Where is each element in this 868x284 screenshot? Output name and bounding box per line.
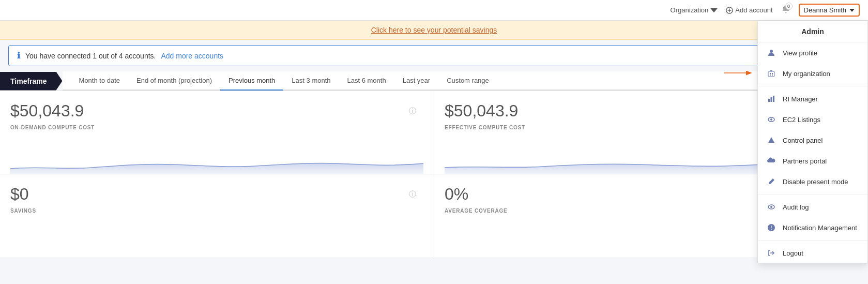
notification-management-label: Notification Management	[783, 224, 857, 232]
notifications-bell[interactable]: 0	[781, 5, 790, 16]
pencil-icon	[766, 176, 776, 187]
svg-point-3	[770, 50, 773, 53]
org-label: Organization	[671, 6, 709, 14]
metric-info-icon-1[interactable]: ⓘ	[409, 107, 416, 116]
timeframe-label: Timeframe	[0, 72, 63, 91]
user-menu-button[interactable]: Deanna Smith	[799, 4, 860, 17]
svg-text:!: !	[770, 225, 772, 231]
triangle-icon	[766, 135, 776, 145]
logout-icon	[766, 248, 776, 257]
svg-point-16	[770, 206, 772, 208]
info-icon: ℹ	[17, 51, 20, 61]
dropdown-divider-1	[758, 86, 867, 86]
my-organization-label: My organization	[783, 70, 830, 78]
building-icon	[766, 68, 776, 79]
view-profile-label: View profile	[783, 49, 817, 57]
add-more-accounts-link[interactable]: Add more accounts	[161, 52, 223, 60]
dropdown-my-organization[interactable]: My organization	[758, 63, 867, 84]
dropdown-disable-present-mode[interactable]: Disable present mode	[758, 171, 867, 192]
dropdown-divider-2	[758, 194, 867, 195]
metric-card-savings: ⓘ $0 SAVINGS	[0, 174, 434, 257]
savings-link[interactable]: Click here to see your potential savings	[371, 26, 497, 34]
svg-rect-7	[770, 74, 771, 76]
arrow-annotation	[724, 68, 755, 78]
dropdown-control-panel[interactable]: Control panel	[758, 130, 867, 151]
timeframe-last-6-month[interactable]: Last 6 month	[339, 71, 394, 91]
control-panel-label: Control panel	[783, 137, 823, 144]
svg-rect-8	[772, 74, 773, 76]
savings-label: SAVINGS	[10, 208, 423, 214]
metric-info-icon-3[interactable]: ⓘ	[409, 190, 416, 199]
dropdown-divider-3	[758, 240, 867, 241]
dropdown-logout[interactable]: Logout	[758, 243, 867, 257]
svg-rect-6	[772, 73, 773, 74]
svg-marker-14	[768, 137, 774, 143]
dropdown-ec2-listings[interactable]: EC2 Listings	[758, 109, 867, 130]
svg-point-13	[770, 118, 772, 121]
info-message: You have connected 1 out of 4 accounts.	[25, 52, 156, 60]
eye2-icon	[766, 202, 776, 212]
cloud-icon	[766, 156, 776, 166]
user-dropdown-menu: Admin View profile My organization RI Ma…	[757, 21, 868, 257]
savings-banner: Click here to see your potential savings	[0, 21, 868, 40]
svg-rect-10	[771, 97, 772, 102]
audit-log-label: Audit log	[783, 203, 809, 211]
dropdown-ri-manager[interactable]: RI Manager	[758, 88, 867, 109]
timeframe-month-to-date[interactable]: Month to date	[71, 71, 129, 91]
ec2-listings-label: EC2 Listings	[783, 116, 820, 124]
exclamation-icon: !	[766, 222, 776, 233]
dropdown-audit-log[interactable]: Audit log	[758, 197, 867, 217]
on-demand-label: ON-DEMAND COMPUTE COST	[10, 125, 423, 130]
svg-rect-9	[768, 99, 770, 102]
timeframe-end-of-month[interactable]: End of month (projection)	[128, 71, 220, 91]
ri-manager-label: RI Manager	[783, 95, 818, 103]
on-demand-chart	[10, 138, 423, 174]
user-icon	[766, 48, 776, 58]
svg-rect-5	[770, 73, 771, 74]
dropdown-header: Admin	[758, 21, 867, 42]
add-account-button[interactable]: Add account	[726, 6, 772, 14]
chart-icon	[766, 94, 776, 104]
organization-selector[interactable]: Organization	[671, 6, 718, 14]
timeframe-last-3-month[interactable]: Last 3 month	[283, 71, 339, 91]
add-account-label: Add account	[735, 6, 772, 14]
metrics-grid: ⓘ $50,043.9 ON-DEMAND COMPUTE COST	[0, 91, 868, 257]
logout-label: Logout	[783, 249, 803, 257]
dropdown-view-profile[interactable]: View profile	[758, 42, 867, 63]
on-demand-value: $50,043.9	[10, 101, 423, 121]
dropdown-notification-management[interactable]: ! Notification Management	[758, 217, 867, 238]
bell-badge: 0	[785, 3, 793, 10]
timeframe-previous-month[interactable]: Previous month	[220, 71, 283, 91]
eye-icon	[766, 114, 776, 125]
disable-present-mode-label: Disable present mode	[783, 178, 848, 186]
metric-card-on-demand: ⓘ $50,043.9 ON-DEMAND COMPUTE COST	[0, 91, 434, 174]
partners-portal-label: Partners portal	[783, 157, 827, 165]
savings-value: $0	[10, 185, 423, 204]
svg-rect-11	[773, 96, 774, 102]
info-bar: ℹ You have connected 1 out of 4 accounts…	[8, 45, 860, 66]
timeframe-last-year[interactable]: Last year	[394, 71, 438, 91]
navbar: Organization Add account 0 Deanna Smith	[0, 0, 868, 21]
user-name: Deanna Smith	[804, 6, 846, 14]
dropdown-partners-portal[interactable]: Partners portal	[758, 151, 867, 171]
svg-rect-4	[768, 71, 774, 77]
timeframe-custom-range[interactable]: Custom range	[438, 71, 497, 91]
